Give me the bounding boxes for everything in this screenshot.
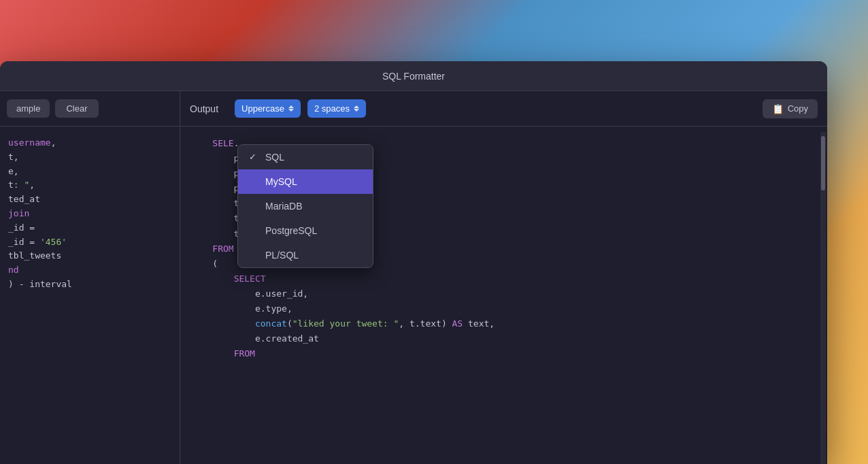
right-panel: Output ✓ SQL MySQL — [180, 91, 827, 464]
stepper-down-icon — [288, 109, 294, 112]
title-bar: SQL Formatter — [0, 61, 827, 91]
code-line: ) - interval — [8, 278, 171, 292]
code-line: e, — [8, 165, 171, 179]
scrollbar-thumb[interactable] — [821, 136, 825, 190]
dialect-postgresql-label: PostgreSQL — [265, 225, 317, 236]
indent-label: 2 spaces — [314, 103, 350, 114]
dialect-plsql-label: PL/SQL — [265, 250, 299, 261]
code-line: t: ", — [8, 178, 171, 193]
dialect-option-mariadb[interactable]: MariaDB — [238, 194, 373, 218]
indent-down-icon — [354, 109, 359, 112]
output-label: Output — [190, 103, 218, 114]
dialect-sql-label: SQL — [265, 152, 284, 163]
left-toolbar: ample Clear — [0, 91, 180, 127]
dialect-mysql-label: MySQL — [265, 176, 297, 187]
code-line: ted_at — [8, 193, 171, 207]
indent-stepper-button[interactable]: 2 spaces — [307, 99, 366, 118]
dialect-option-postgresql[interactable]: PostgreSQL — [238, 218, 373, 243]
code-line: nd — [8, 263, 171, 278]
left-panel: ample Clear username, t, e, t: ", ted_at… — [0, 91, 180, 464]
code-line: e.type, — [191, 301, 816, 316]
dialect-option-mysql[interactable]: MySQL — [238, 169, 373, 194]
code-line: e.user_id, — [191, 286, 816, 301]
case-stepper-button[interactable]: Uppercase — [235, 99, 301, 118]
code-line: SELECT — [191, 271, 816, 286]
code-line: tbl_tweets — [8, 249, 171, 263]
code-line: e.created_at — [191, 331, 816, 346]
sample-button[interactable]: ample — [7, 99, 50, 118]
dialect-mariadb-label: MariaDB — [265, 201, 302, 212]
code-line: _id = — [8, 221, 171, 235]
code-line: FROM — [191, 346, 816, 361]
code-line: concat("liked your tweet: ", t.text) AS … — [191, 316, 816, 331]
code-line: t, — [8, 150, 171, 165]
checkmark-icon: ✓ — [249, 152, 260, 162]
code-line: join — [8, 207, 171, 221]
indent-up-icon — [354, 105, 359, 108]
stepper-arrows — [288, 105, 294, 112]
dialect-dropdown-menu[interactable]: ✓ SQL MySQL MariaDB P — [237, 144, 373, 268]
main-content: ample Clear username, t, e, t: ", ted_at… — [0, 91, 827, 464]
clear-button[interactable]: Clear — [55, 99, 98, 118]
stepper-up-icon — [288, 105, 294, 108]
left-code-editor[interactable]: username, t, e, t: ", ted_at join _id = … — [0, 127, 180, 464]
case-label: Uppercase — [241, 103, 284, 114]
code-line: username, — [8, 136, 171, 150]
code-line: _id = '456' — [8, 235, 171, 250]
dialect-option-plsql[interactable]: PL/SQL — [238, 243, 373, 267]
indent-stepper-arrows — [354, 105, 359, 112]
app-window: SQL Formatter ample Clear username, t, e… — [0, 61, 827, 464]
dialect-option-sql[interactable]: ✓ SQL — [238, 145, 373, 169]
copy-label: Copy — [788, 103, 808, 114]
copy-button[interactable]: 📋 Copy — [763, 99, 818, 118]
app-title: SQL Formatter — [382, 71, 445, 82]
copy-icon: 📋 — [772, 103, 784, 114]
right-toolbar: Output ✓ SQL MySQL — [180, 91, 827, 127]
scrollbar[interactable] — [820, 132, 826, 464]
